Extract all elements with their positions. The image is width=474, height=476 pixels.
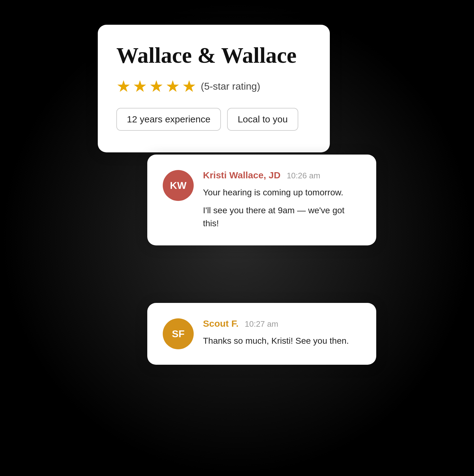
- badges-row: 12 years experience Local to you: [116, 108, 311, 131]
- star-5: ★: [182, 77, 196, 96]
- local-badge: Local to you: [227, 108, 298, 131]
- message-body-sf: Thanks so much, Kristi! See you then.: [203, 334, 361, 347]
- firm-name: Wallace & Wallace: [116, 43, 311, 68]
- firm-card: Wallace & Wallace ★ ★ ★ ★ ★ (5-star rati…: [98, 25, 330, 152]
- avatar-sf: SF: [163, 318, 194, 349]
- message-body-kw: Your hearing is coming up tomorrow. I'll…: [203, 186, 361, 230]
- message-content-sf: Scout F. 10:27 am Thanks so much, Kristi…: [203, 318, 361, 347]
- star-3: ★: [149, 77, 164, 96]
- message-time-sf: 10:27 am: [245, 319, 278, 329]
- avatar-kw: KW: [163, 170, 194, 201]
- message-meta-sf: Scout F. 10:27 am: [203, 318, 361, 329]
- star-1: ★: [116, 77, 131, 96]
- scene: Wallace & Wallace ★ ★ ★ ★ ★ (5-star rati…: [98, 25, 376, 451]
- rating-text: (5-star rating): [201, 81, 260, 92]
- message-header-kw: KW Kristi Wallace, JD 10:26 am Your hear…: [163, 170, 361, 230]
- sender-name-sf: Scout F.: [203, 318, 239, 329]
- message-line1-kw: Your hearing is coming up tomorrow.: [203, 186, 361, 199]
- stars: ★ ★ ★ ★ ★: [116, 77, 196, 96]
- experience-badge: 12 years experience: [116, 108, 221, 131]
- message-time-kw: 10:26 am: [287, 171, 320, 181]
- rating-row: ★ ★ ★ ★ ★ (5-star rating): [116, 77, 311, 96]
- sender-name-kw: Kristi Wallace, JD: [203, 170, 281, 181]
- message-content-kw: Kristi Wallace, JD 10:26 am Your hearing…: [203, 170, 361, 230]
- message-meta-kw: Kristi Wallace, JD 10:26 am: [203, 170, 361, 181]
- message-line2-kw: I'll see you there at 9am — we've got th…: [203, 204, 361, 230]
- message-card-kw: KW Kristi Wallace, JD 10:26 am Your hear…: [147, 155, 376, 245]
- message-header-sf: SF Scout F. 10:27 am Thanks so much, Kri…: [163, 318, 361, 349]
- star-4: ★: [166, 77, 180, 96]
- message-line1-sf: Thanks so much, Kristi! See you then.: [203, 334, 361, 347]
- star-2: ★: [133, 77, 147, 96]
- message-card-sf: SF Scout F. 10:27 am Thanks so much, Kri…: [147, 303, 376, 365]
